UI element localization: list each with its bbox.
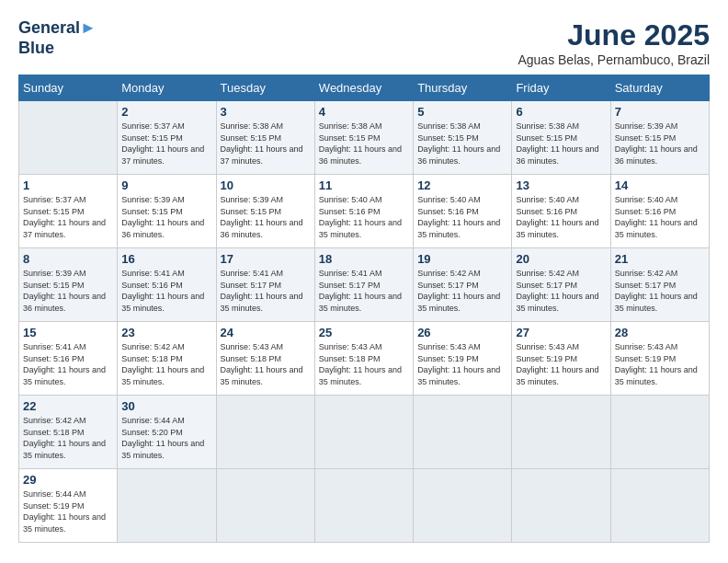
page-header: General►Blue June 2025 Aguas Belas, Pern… [18,18,710,67]
calendar-cell: 4Sunrise: 5:38 AMSunset: 5:15 PMDaylight… [314,101,413,175]
day-info: Sunrise: 5:43 AMSunset: 5:18 PMDaylight:… [221,341,311,387]
calendar-cell: 11Sunrise: 5:40 AMSunset: 5:16 PMDayligh… [314,175,413,248]
day-info: Sunrise: 5:43 AMSunset: 5:19 PMDaylight:… [615,341,705,387]
day-info: Sunrise: 5:39 AMSunset: 5:15 PMDaylight:… [23,268,113,314]
day-info: Sunrise: 5:39 AMSunset: 5:15 PMDaylight:… [221,194,311,240]
day-number: 9 [121,178,211,192]
calendar-cell: 24Sunrise: 5:43 AMSunset: 5:18 PMDayligh… [216,322,314,396]
day-number: 16 [121,252,211,266]
column-header-friday: Friday [512,75,610,101]
day-info: Sunrise: 5:39 AMSunset: 5:15 PMDaylight:… [615,121,705,167]
column-header-monday: Monday [118,75,216,101]
day-number: 19 [417,252,507,266]
logo: General►Blue [18,18,97,58]
calendar-cell: 1Sunrise: 5:37 AMSunset: 5:15 PMDaylight… [19,175,118,248]
month-title: June 2025 [518,18,710,52]
column-header-sunday: Sunday [19,75,118,101]
day-info: Sunrise: 5:44 AMSunset: 5:20 PMDaylight:… [121,415,211,461]
day-number: 3 [221,105,311,119]
calendar-cell: 18Sunrise: 5:41 AMSunset: 5:17 PMDayligh… [314,248,413,322]
day-number: 11 [319,178,409,192]
column-header-tuesday: Tuesday [216,75,314,101]
column-header-thursday: Thursday [414,75,512,101]
calendar-cell [414,396,512,469]
day-number: 7 [615,105,705,119]
calendar-header-row: SundayMondayTuesdayWednesdayThursdayFrid… [19,75,710,101]
day-info: Sunrise: 5:40 AMSunset: 5:16 PMDaylight:… [516,194,606,240]
calendar-cell: 29Sunrise: 5:44 AMSunset: 5:19 PMDayligh… [19,469,118,543]
calendar-cell [314,469,413,543]
day-number: 13 [516,178,606,192]
column-header-wednesday: Wednesday [314,75,413,101]
calendar-cell: 8Sunrise: 5:39 AMSunset: 5:15 PMDaylight… [19,248,118,322]
day-number: 28 [615,326,705,339]
calendar-body: 2Sunrise: 5:37 AMSunset: 5:15 PMDaylight… [19,101,710,543]
title-block: June 2025 Aguas Belas, Pernambuco, Brazi… [518,18,710,67]
calendar-cell: 15Sunrise: 5:41 AMSunset: 5:16 PMDayligh… [19,322,118,396]
day-number: 1 [23,178,113,192]
calendar-cell: 7Sunrise: 5:39 AMSunset: 5:15 PMDaylight… [610,101,709,175]
calendar-cell: 17Sunrise: 5:41 AMSunset: 5:17 PMDayligh… [216,248,314,322]
calendar-cell: 20Sunrise: 5:42 AMSunset: 5:17 PMDayligh… [512,248,610,322]
calendar-cell: 30Sunrise: 5:44 AMSunset: 5:20 PMDayligh… [118,396,216,469]
calendar-cell: 22Sunrise: 5:42 AMSunset: 5:18 PMDayligh… [19,396,118,469]
calendar-week-row: 1Sunrise: 5:37 AMSunset: 5:15 PMDaylight… [19,175,710,248]
calendar-cell [610,469,709,543]
day-number: 5 [417,105,507,119]
day-info: Sunrise: 5:42 AMSunset: 5:18 PMDaylight:… [121,341,211,387]
day-info: Sunrise: 5:40 AMSunset: 5:16 PMDaylight:… [319,194,409,240]
day-number: 21 [615,252,705,266]
day-number: 15 [23,326,113,339]
calendar-cell [118,469,216,543]
day-info: Sunrise: 5:41 AMSunset: 5:16 PMDaylight:… [23,341,113,387]
day-number: 26 [417,326,507,339]
day-number: 4 [319,105,409,119]
day-info: Sunrise: 5:41 AMSunset: 5:16 PMDaylight:… [121,268,211,314]
day-number: 27 [516,326,606,339]
day-number: 10 [221,178,311,192]
calendar-cell: 5Sunrise: 5:38 AMSunset: 5:15 PMDaylight… [414,101,512,175]
calendar-cell: 27Sunrise: 5:43 AMSunset: 5:19 PMDayligh… [512,322,610,396]
calendar-week-row: 8Sunrise: 5:39 AMSunset: 5:15 PMDaylight… [19,248,710,322]
day-number: 14 [615,178,705,192]
calendar-cell [216,469,314,543]
day-info: Sunrise: 5:42 AMSunset: 5:18 PMDaylight:… [23,415,113,461]
day-info: Sunrise: 5:41 AMSunset: 5:17 PMDaylight:… [319,268,409,314]
day-number: 25 [319,326,409,339]
day-info: Sunrise: 5:37 AMSunset: 5:15 PMDaylight:… [121,121,211,167]
calendar-cell: 16Sunrise: 5:41 AMSunset: 5:16 PMDayligh… [118,248,216,322]
calendar-cell: 28Sunrise: 5:43 AMSunset: 5:19 PMDayligh… [610,322,709,396]
calendar-cell: 19Sunrise: 5:42 AMSunset: 5:17 PMDayligh… [414,248,512,322]
calendar-week-row: 29Sunrise: 5:44 AMSunset: 5:19 PMDayligh… [19,469,710,543]
calendar-week-row: 2Sunrise: 5:37 AMSunset: 5:15 PMDaylight… [19,101,710,175]
day-number: 12 [417,178,507,192]
calendar-cell [314,396,413,469]
day-number: 20 [516,252,606,266]
calendar-week-row: 15Sunrise: 5:41 AMSunset: 5:16 PMDayligh… [19,322,710,396]
calendar-cell: 23Sunrise: 5:42 AMSunset: 5:18 PMDayligh… [118,322,216,396]
calendar-cell: 26Sunrise: 5:43 AMSunset: 5:19 PMDayligh… [414,322,512,396]
day-info: Sunrise: 5:38 AMSunset: 5:15 PMDaylight:… [417,121,507,167]
calendar-cell: 6Sunrise: 5:38 AMSunset: 5:15 PMDaylight… [512,101,610,175]
calendar-cell [512,396,610,469]
calendar-cell [610,396,709,469]
calendar-cell: 9Sunrise: 5:39 AMSunset: 5:15 PMDaylight… [118,175,216,248]
day-info: Sunrise: 5:38 AMSunset: 5:15 PMDaylight:… [319,121,409,167]
calendar-cell [19,101,118,175]
day-info: Sunrise: 5:43 AMSunset: 5:19 PMDaylight:… [417,341,507,387]
day-number: 6 [516,105,606,119]
calendar-cell: 13Sunrise: 5:40 AMSunset: 5:16 PMDayligh… [512,175,610,248]
calendar-cell [512,469,610,543]
day-info: Sunrise: 5:43 AMSunset: 5:18 PMDaylight:… [319,341,409,387]
calendar-table: SundayMondayTuesdayWednesdayThursdayFrid… [18,75,710,543]
calendar-cell [216,396,314,469]
day-info: Sunrise: 5:38 AMSunset: 5:15 PMDaylight:… [221,121,311,167]
calendar-week-row: 22Sunrise: 5:42 AMSunset: 5:18 PMDayligh… [19,396,710,469]
day-info: Sunrise: 5:39 AMSunset: 5:15 PMDaylight:… [121,194,211,240]
day-number: 22 [23,399,113,413]
calendar-cell: 12Sunrise: 5:40 AMSunset: 5:16 PMDayligh… [414,175,512,248]
day-info: Sunrise: 5:40 AMSunset: 5:16 PMDaylight:… [417,194,507,240]
day-number: 17 [221,252,311,266]
day-info: Sunrise: 5:44 AMSunset: 5:19 PMDaylight:… [23,488,113,534]
day-info: Sunrise: 5:42 AMSunset: 5:17 PMDaylight:… [417,268,507,314]
